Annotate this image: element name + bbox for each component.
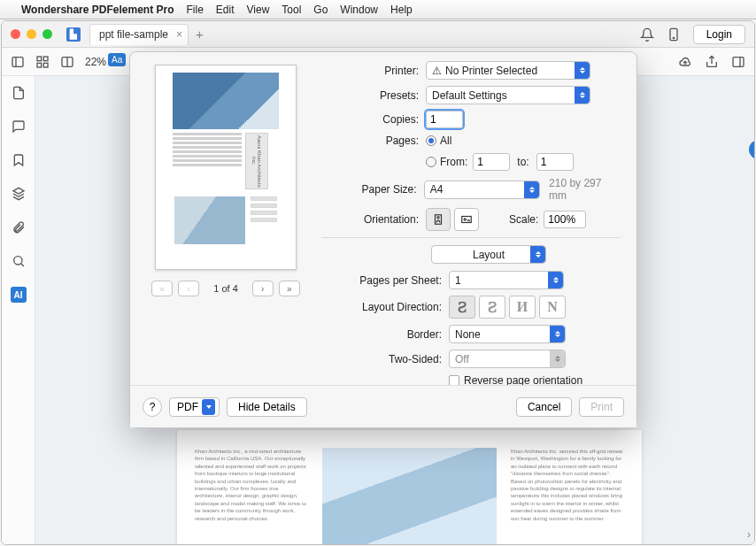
pages-range-radio[interactable] [426, 157, 436, 167]
orientation-portrait-button[interactable] [426, 208, 451, 231]
menu-tool[interactable]: Tool [282, 4, 301, 16]
sidebar-toggle-icon[interactable] [11, 55, 25, 69]
pages-from-label: From: [440, 156, 467, 168]
print-preview-pane: Aaoui Khan Architects Inc. « ‹ 1 of 4 › … [130, 52, 321, 371]
section-select[interactable]: Layout [431, 245, 546, 264]
layout-dir-4[interactable]: N [539, 296, 566, 319]
svg-rect-4 [37, 57, 42, 61]
pager-last-button[interactable]: » [279, 281, 300, 296]
window-minimize-button[interactable] [27, 29, 36, 39]
print-preview-thumbnail: Aaoui Khan Architects Inc. [155, 65, 297, 270]
main-window: ▙ ppt file-sample × + Login 22%▾ Aa AI [1, 20, 755, 545]
close-tab-icon[interactable]: × [176, 28, 182, 41]
menu-go[interactable]: Go [313, 4, 328, 16]
thumbnails-view-icon[interactable] [35, 55, 50, 69]
pages-all-radio[interactable] [426, 135, 436, 146]
layout-direction-label: Layout Direction: [321, 301, 442, 313]
copies-input[interactable] [426, 111, 463, 128]
comment-icon[interactable] [11, 119, 27, 135]
border-select[interactable]: None [449, 325, 566, 343]
layout-dir-1[interactable]: Ƨ [449, 296, 475, 319]
attachment-icon[interactable] [11, 219, 27, 235]
preview-pager: « ‹ 1 of 4 › » [151, 281, 300, 296]
document-tab-title: ppt file-sample [99, 28, 168, 41]
pages-from-input[interactable] [473, 153, 510, 171]
warning-icon: ⚠ [432, 65, 442, 77]
svg-point-18 [464, 219, 466, 220]
menu-window[interactable]: Window [340, 4, 378, 16]
layout-dir-3[interactable]: И [509, 296, 536, 319]
search-icon[interactable] [11, 253, 27, 269]
copies-label: Copies: [321, 113, 419, 126]
mobile-icon[interactable] [667, 27, 681, 42]
border-label: Border: [321, 328, 442, 341]
bookmark-icon[interactable] [11, 152, 27, 168]
paper-size-select[interactable]: A4 [424, 181, 540, 199]
scale-label: Scale: [509, 213, 538, 226]
scroll-right-icon[interactable]: › [747, 528, 751, 541]
help-button[interactable]: ? [143, 397, 162, 417]
svg-rect-10 [733, 57, 744, 66]
presets-select[interactable]: Default Settings [426, 86, 590, 104]
reading-view-icon[interactable] [60, 55, 74, 69]
orientation-landscape-button[interactable] [454, 208, 479, 231]
app-name[interactable]: Wondershare PDFelement Pro [21, 4, 174, 16]
layout-dir-2[interactable]: Ƨ [479, 296, 505, 319]
side-handle[interactable] [749, 140, 754, 159]
paper-size-label: Paper Size: [321, 183, 417, 196]
cancel-button[interactable]: Cancel [516, 397, 572, 417]
share-icon[interactable] [705, 55, 719, 69]
svg-rect-2 [12, 57, 23, 66]
hide-details-button[interactable]: Hide Details [227, 397, 307, 417]
dialog-footer: ? PDF Hide Details Cancel Print [130, 385, 636, 427]
pages-label: Pages: [321, 135, 419, 147]
pages-to-label: to: [517, 156, 528, 168]
ai-assistant-icon[interactable]: AI [11, 287, 27, 303]
pager-prev-button[interactable]: ‹ [178, 281, 199, 296]
pages-per-sheet-label: Pages per Sheet: [321, 274, 442, 287]
menu-file[interactable]: File [187, 4, 204, 16]
pages-to-input[interactable] [536, 153, 574, 171]
page-paragraph-right: Khan Architects Inc. secured this off-gr… [511, 448, 624, 544]
document-tab[interactable]: ppt file-sample × [89, 24, 189, 45]
page-icon[interactable] [11, 85, 27, 101]
pages-all-label: All [440, 135, 451, 147]
svg-point-12 [13, 257, 21, 265]
menu-edit[interactable]: Edit [216, 4, 235, 16]
pager-next-button[interactable]: › [252, 281, 274, 296]
pdf-dropdown-button[interactable]: PDF [169, 397, 220, 417]
svg-rect-5 [43, 57, 48, 61]
svg-point-1 [673, 37, 674, 38]
svg-rect-7 [43, 63, 48, 67]
window-close-button[interactable] [11, 29, 20, 39]
page-building-image [322, 448, 497, 544]
text-style-badge[interactable]: Aa [108, 53, 126, 66]
paper-dimensions: 210 by 297 mm [549, 177, 621, 202]
presets-label: Presets: [321, 89, 419, 102]
printer-select[interactable]: ⚠ No Printer Selected [426, 61, 590, 80]
login-button[interactable]: Login [693, 25, 745, 44]
notifications-icon[interactable] [640, 27, 654, 42]
app-logo-icon: ▙ [66, 27, 81, 42]
layers-icon[interactable] [11, 186, 27, 202]
thumb-brand-label: Aaoui Khan Architects Inc. [245, 133, 268, 189]
svg-rect-6 [37, 63, 42, 67]
pages-per-sheet-select[interactable]: 1 [449, 271, 564, 289]
svg-line-13 [20, 264, 23, 266]
new-tab-button[interactable]: + [196, 27, 204, 42]
svg-point-16 [437, 217, 439, 219]
print-button[interactable]: Print [579, 397, 624, 417]
scale-input[interactable] [544, 211, 586, 228]
print-settings-pane: Printer: ⚠ No Printer Selected Presets: … [321, 52, 636, 371]
pager-first-button[interactable]: « [151, 281, 173, 296]
menu-help[interactable]: Help [390, 4, 413, 16]
window-titlebar: ▙ ppt file-sample × + Login [2, 21, 754, 48]
cloud-icon[interactable] [678, 55, 692, 69]
macos-menu-bar: Wondershare PDFelement Pro File Edit Vie… [0, 0, 756, 19]
window-zoom-button[interactable] [42, 29, 52, 39]
two-sided-label: Two-Sided: [321, 353, 442, 365]
panel-toggle-icon[interactable] [731, 55, 745, 69]
two-sided-select[interactable]: Off [449, 350, 566, 368]
menu-view[interactable]: View [247, 4, 270, 16]
left-sidebar: AI [2, 76, 35, 544]
